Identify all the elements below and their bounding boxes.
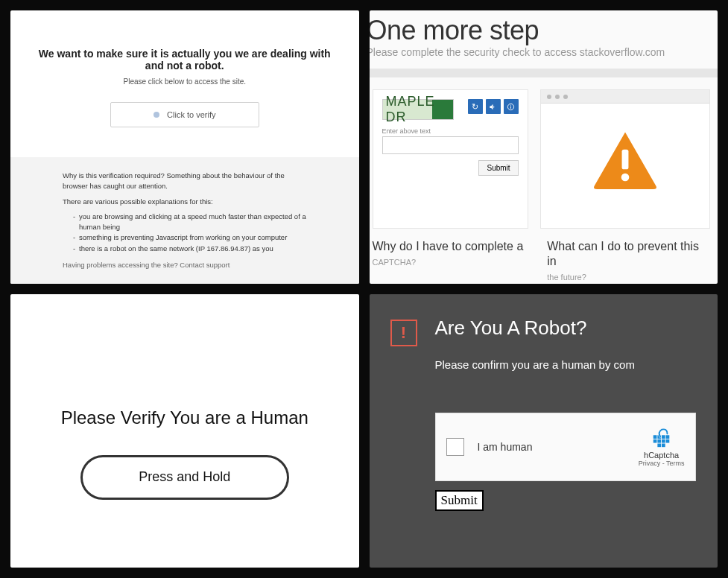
q-left-line: Why do I have to complete a [373,240,524,253]
panel4-header-row: ! Are You A Robot? [390,317,718,346]
svg-rect-5 [653,435,656,439]
svg-rect-7 [662,435,665,439]
enter-text-label: Enter above text [382,127,519,135]
svg-rect-2 [510,104,511,105]
panel4-heading: Are You A Robot? [435,317,587,340]
q-left-trunc: CAPTCHA? [373,258,417,267]
panel2-divider-bar [370,69,718,77]
svg-rect-11 [662,439,665,443]
q-right-trunc: the future? [547,273,586,282]
press-and-hold-button[interactable]: Press and Hold [80,455,289,500]
audio-icon[interactable] [486,99,501,114]
traffic-dot-icon [555,95,560,99]
hcaptcha-submit-button[interactable]: Submit [435,490,484,511]
hcaptcha-label: I am human [478,441,625,453]
svg-rect-13 [657,444,661,448]
panel2-body: MAPLE DR ↻ Enter above text Submit [370,77,718,236]
captcha-icon-set: ↻ [468,99,519,114]
reasons-intro: There are various possible explanations … [63,197,307,207]
svg-rect-1 [510,106,511,108]
panel3-heading: Please Verify You are a Human [61,407,308,428]
reason-item: you are browsing and clicking at a speed… [73,212,307,233]
warning-card [540,89,710,229]
captcha-card: MAPLE DR ↻ Enter above text Submit [373,89,528,229]
panel2-questions: Why do I have to complete a CAPTCHA? Wha… [370,236,718,284]
reasons-list: you are browsing and clicking at a speed… [63,212,307,254]
hcaptcha-brand: hCaptcha Privacy - Terms [639,427,685,467]
hcaptcha-logo-icon [651,427,673,449]
svg-rect-8 [665,435,669,439]
panel-press-and-hold: Please Verify You are a Human Press and … [10,294,359,568]
hcaptcha-widget: I am human hCaptcha Privacy - Terms [435,413,696,481]
q-right-line: What can I do to prevent this in [547,240,699,267]
svg-rect-12 [665,439,669,443]
panel1-main: We want to make sure it is actually you … [10,10,359,157]
info-glyph-icon [507,103,515,111]
why-text: Why is this verification required? Somet… [63,171,307,192]
press-hold-label: Press and Hold [139,469,230,485]
hcaptcha-wrapper: I am human hCaptcha Privacy - Terms Subm… [435,413,696,511]
svg-rect-14 [662,444,665,448]
click-to-verify-button[interactable]: Click to verify [110,102,259,127]
traffic-dot-icon [563,95,568,99]
browser-chrome-bar [541,90,709,104]
captcha-image: MAPLE DR [382,99,454,120]
verify-dot-icon [153,112,159,118]
panel1-heading: We want to make sure it is actually you … [33,48,337,72]
reason-item: something is preventing Javascript from … [73,232,307,243]
info-icon[interactable] [504,99,519,114]
hcaptcha-checkbox[interactable] [446,438,464,456]
panel-click-to-verify: We want to make sure it is actually you … [10,10,359,284]
svg-rect-10 [657,439,661,443]
panel4-subtitle: Please confirm you are a human by com [435,358,718,371]
speaker-icon [489,103,497,111]
captcha-submit-button[interactable]: Submit [478,160,518,176]
refresh-icon[interactable]: ↻ [468,99,483,114]
svg-rect-3 [621,149,628,169]
panel1-explanation: Why is this verification required? Somet… [10,157,359,284]
panel1-subheading: Please click below to access the site. [123,77,246,86]
why-captcha-question: Why do I have to complete a CAPTCHA? [373,239,536,284]
svg-rect-9 [653,439,656,443]
captcha-row: MAPLE DR ↻ [382,99,519,120]
verify-button-label: Click to verify [167,110,215,119]
captcha-text-input[interactable] [382,136,519,154]
traffic-dot-icon [547,95,551,99]
panel2-header: One more step Please complete the securi… [370,10,718,69]
panel-hcaptcha: ! Are You A Robot? Please confirm you ar… [370,294,718,568]
panel2-subtitle: Please complete the security check to ac… [370,46,718,58]
panel2-title: One more step [370,15,718,46]
hcaptcha-brand-name: hCaptcha [644,451,679,460]
svg-point-4 [621,173,629,181]
reason-item: there is a robot on the same network (IP… [73,244,307,254]
panel-cloudflare-captcha: One more step Please complete the securi… [370,10,718,284]
hcaptcha-privacy-terms[interactable]: Privacy - Terms [639,460,685,467]
alert-box-icon: ! [390,320,417,346]
prevent-future-question: What can I do to prevent this in the fut… [547,239,710,284]
truncated-text: Having problems accessing the site? Cont… [63,260,307,270]
warning-triangle-icon [592,130,659,189]
